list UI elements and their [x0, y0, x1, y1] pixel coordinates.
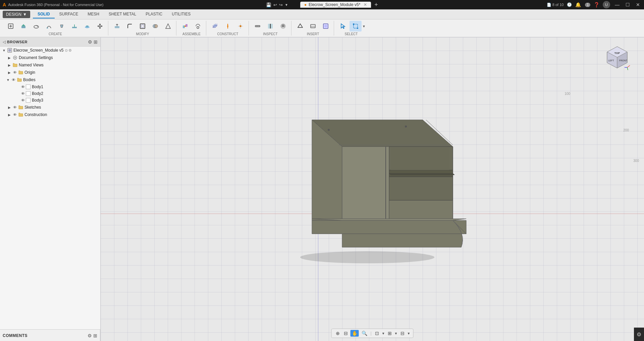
svg-point-20 [184, 25, 186, 27]
body2-checkbox[interactable] [26, 91, 31, 96]
axis-btn[interactable] [222, 21, 234, 32]
press-pull-btn[interactable] [111, 21, 123, 32]
body3-eye-icon[interactable]: 👁 [20, 98, 25, 103]
display-mode-btn[interactable]: ⊡ [374, 330, 380, 337]
pan-btn[interactable]: ✋ [351, 330, 359, 337]
undo-icon[interactable]: ↩ [273, 2, 277, 7]
tree-item-sketches[interactable]: 👁 Sketches [0, 104, 100, 111]
orientation-cube[interactable]: TOP LEFT FRONT [604, 44, 631, 71]
tab-sheet-metal[interactable]: SHEET METAL [104, 10, 141, 18]
section-analysis-btn[interactable] [264, 21, 276, 32]
tree-item-body2[interactable]: 👁 Body2 [0, 90, 100, 97]
save-icon[interactable]: 💾 [266, 2, 271, 7]
camera-btn[interactable]: ⊟ [342, 330, 349, 337]
doc-settings-arrow[interactable] [7, 55, 12, 60]
loft-btn[interactable] [56, 21, 68, 32]
rib-btn[interactable] [68, 21, 80, 32]
measure-btn[interactable] [252, 21, 264, 32]
sweep-btn[interactable] [43, 21, 55, 32]
canvas-btn[interactable] [320, 21, 332, 32]
dropdown-arrow[interactable]: ▼ [285, 3, 288, 7]
grid-dropdown[interactable]: ▼ [394, 332, 398, 335]
joint-btn[interactable] [179, 21, 191, 32]
bodies-arrow[interactable] [5, 77, 11, 82]
zoom-fit-btn[interactable]: 🔍 [360, 330, 369, 337]
select-btn[interactable] [337, 21, 349, 32]
tree-item-named-views[interactable]: Named Views [0, 61, 100, 69]
named-views-arrow[interactable] [7, 62, 12, 68]
timeline-settings-btn[interactable]: ⚙ [637, 331, 641, 338]
tree-item-body1[interactable]: 👁 Body1 [0, 83, 100, 90]
sketches-folder-icon [18, 104, 24, 110]
scale-btn[interactable] [162, 21, 174, 32]
revolve-btn[interactable] [30, 21, 42, 32]
emboss-btn[interactable] [81, 21, 93, 32]
tree-item-body3[interactable]: 👁 Body3 [0, 97, 100, 104]
user-avatar[interactable]: U [603, 1, 610, 8]
body3-checkbox[interactable] [26, 98, 31, 103]
tab-surface[interactable]: SURFACE [55, 10, 83, 18]
help-icon[interactable]: ❓ [594, 2, 599, 7]
sketches-eye-icon[interactable]: 👁 [12, 105, 17, 110]
browser-back-btn[interactable]: ◁ [3, 40, 6, 44]
joint-icon [182, 23, 189, 30]
tab-plastic[interactable]: PLASTIC [141, 10, 167, 18]
new-component-btn[interactable] [5, 21, 17, 32]
tab-solid[interactable]: SOLID [33, 10, 55, 18]
viewport[interactable]: 100 200 300 [101, 37, 644, 341]
comments-expand-btn[interactable]: ⊞ [93, 333, 97, 338]
extrude-btn[interactable] [17, 21, 30, 32]
comments-settings-btn[interactable]: ⚙ [88, 333, 92, 338]
tree-item-origin[interactable]: 👁 Origin [0, 69, 100, 76]
tree-item-bodies[interactable]: 👁 Bodies [0, 76, 100, 83]
svg-text:SVG: SVG [311, 25, 315, 27]
fillet-btn[interactable] [124, 21, 136, 32]
tree-item-construction[interactable]: 👁 Construction [0, 111, 100, 118]
maximize-btn[interactable]: ☐ [624, 2, 631, 7]
tab-mesh[interactable]: MESH [83, 10, 104, 18]
visual-style-btn[interactable]: ⊟ [399, 330, 406, 337]
tree-item-doc-settings[interactable]: Document Settings [0, 54, 100, 61]
point-btn[interactable] [234, 21, 247, 32]
close-btn[interactable]: ✕ [635, 2, 641, 7]
origin-arrow[interactable] [7, 70, 12, 75]
construction-arrow[interactable] [7, 112, 12, 117]
tab-utilities[interactable]: UTILITIES [167, 10, 195, 18]
root-settings-icon[interactable]: ⚙ [68, 48, 72, 53]
visual-dropdown[interactable]: ▼ [407, 332, 411, 335]
combine-btn[interactable] [149, 21, 161, 32]
origin-eye-icon[interactable]: 👁 [12, 70, 17, 75]
main-area: ◁ BROWSER ⚙ ⊞ Elecrow_Screen_Module v5 ⊙… [0, 37, 644, 341]
display-dropdown[interactable]: ▼ [382, 332, 385, 335]
tree-item-root[interactable]: Elecrow_Screen_Module v5 ⊙ ⚙ [0, 47, 100, 54]
grid-btn[interactable]: ⊞ [386, 330, 393, 337]
window-select-btn[interactable] [350, 21, 362, 32]
browser-content: Elecrow_Screen_Module v5 ⊙ ⚙ Document Se… [0, 47, 100, 329]
notification-icon[interactable]: 🔔 [575, 2, 581, 7]
shell-btn[interactable] [137, 21, 149, 32]
select-dropdown-arrow[interactable]: ▼ [362, 24, 366, 28]
zebra-btn[interactable] [277, 21, 289, 32]
insert-mesh-btn[interactable] [294, 21, 306, 32]
tab-close-btn[interactable]: ✕ [364, 2, 367, 7]
root-target-icon[interactable]: ⊙ [65, 48, 68, 53]
offset-plane-btn[interactable] [209, 21, 221, 32]
body2-eye-icon[interactable]: 👁 [20, 91, 25, 96]
root-arrow[interactable] [1, 48, 7, 53]
motion-link-btn[interactable] [192, 21, 204, 32]
pivot-btn[interactable]: ⊕ [334, 330, 341, 337]
construction-eye-icon[interactable]: 👁 [12, 112, 17, 117]
browser-settings-btn[interactable]: ⚙ [88, 39, 92, 45]
body1-eye-icon[interactable]: 👁 [20, 84, 25, 90]
svg-line-38 [298, 24, 300, 27]
bodies-eye-icon[interactable]: 👁 [11, 77, 16, 82]
redo-icon[interactable]: ↪ [279, 2, 283, 7]
move-btn[interactable] [94, 21, 106, 32]
sketches-arrow[interactable] [7, 105, 12, 110]
body1-checkbox[interactable] [26, 84, 31, 89]
insert-svg-btn[interactable]: SVG [307, 21, 319, 32]
new-tab-btn[interactable]: + [374, 1, 378, 8]
minimize-btn[interactable]: — [613, 2, 621, 7]
design-menu-btn[interactable]: DESIGN ▼ [3, 11, 30, 18]
browser-expand-btn[interactable]: ⊞ [94, 39, 98, 45]
